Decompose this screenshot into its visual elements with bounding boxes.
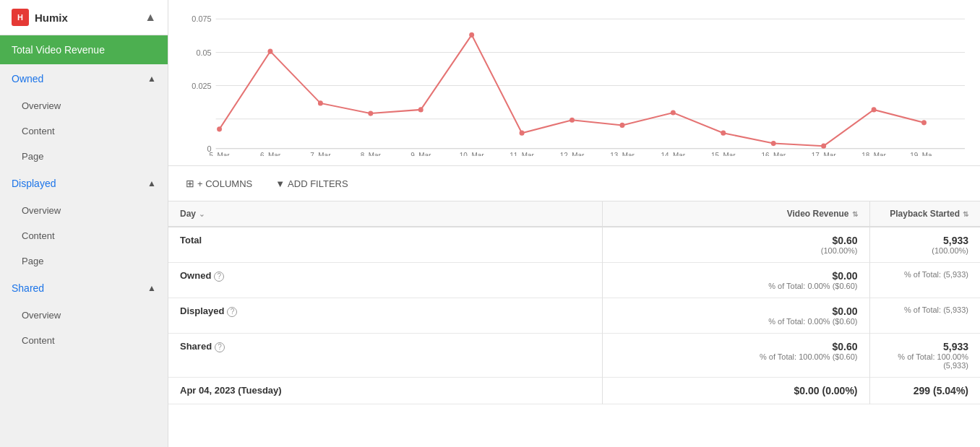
- svg-text:0.075: 0.075: [192, 14, 211, 23]
- row-label: Shared: [180, 341, 212, 352]
- sidebar-section-shared-label: Shared: [12, 282, 44, 294]
- svg-text:10. Mar: 10. Mar: [460, 152, 484, 156]
- playback-main: 5,933: [882, 341, 969, 352]
- sidebar-section-shared[interactable]: Shared ▲: [0, 274, 168, 303]
- sidebar-item-shared-content[interactable]: Content: [0, 328, 168, 353]
- row-label-cell: Apr 04, 2023 (Tuesday): [168, 378, 602, 404]
- sidebar-item-owned-page[interactable]: Page: [0, 144, 168, 169]
- playback-cell: % of Total: (5,933): [869, 263, 980, 298]
- sidebar-section-owned[interactable]: Owned ▲: [0, 64, 168, 93]
- playback-cell: 5,933(100.00%): [869, 227, 980, 263]
- row-label: Displayed: [180, 305, 224, 316]
- table-toolbar: ⊞ + COLUMNS ▼ ADD FILTERS: [168, 166, 980, 201]
- column-header-playback-started[interactable]: Playback Started ⇅: [869, 201, 980, 227]
- sidebar-item-owned-overview[interactable]: Overview: [0, 93, 168, 118]
- revenue-chart: 0.075 0.05 0.025 0 5. Mar: [180, 12, 968, 156]
- row-label: Owned: [180, 270, 211, 281]
- row-label-cell: Owned?: [168, 263, 602, 298]
- sidebar-item-shared-overview[interactable]: Overview: [0, 303, 168, 328]
- svg-text:7. Mar: 7. Mar: [310, 152, 331, 156]
- owned-collapse-icon: ▲: [147, 74, 156, 84]
- help-icon[interactable]: ?: [215, 342, 225, 352]
- table-row: Owned?$0.00% of Total: 0.00% ($0.60)% of…: [168, 263, 980, 298]
- sidebar-title: Humix: [35, 12, 68, 24]
- chart-dot: [318, 100, 323, 105]
- shared-collapse-icon: ▲: [147, 283, 156, 293]
- columns-label: + COLUMNS: [197, 178, 252, 189]
- chart-area: 0.075 0.05 0.025 0 5. Mar: [168, 0, 980, 166]
- revenue-main: $0.00 (0.00%): [614, 385, 858, 396]
- revenue-cell: $0.00 (0.00%): [602, 378, 869, 404]
- svg-text:9. Mar: 9. Mar: [411, 152, 431, 156]
- chart-dot: [671, 110, 676, 115]
- playback-main: 299 (5.04%): [882, 385, 969, 396]
- sidebar-collapse-button[interactable]: ▲: [145, 11, 156, 24]
- sidebar-item-displayed-overview[interactable]: Overview: [0, 198, 168, 223]
- svg-text:0.025: 0.025: [192, 82, 211, 90]
- playback-cell: % of Total: (5,933): [869, 298, 980, 334]
- sidebar-item-displayed-page[interactable]: Page: [0, 248, 168, 274]
- revenue-main: $0.00: [614, 305, 858, 317]
- column-header-video-revenue[interactable]: Video Revenue ⇅: [602, 201, 869, 227]
- row-label-cell: Shared?: [168, 334, 602, 378]
- chart-dot: [217, 126, 222, 131]
- add-filters-button[interactable]: ▼ ADD FILTERS: [270, 175, 353, 192]
- chart-dot: [418, 107, 424, 112]
- displayed-collapse-icon: ▲: [147, 178, 156, 188]
- svg-text:5. Mar: 5. Mar: [210, 152, 231, 156]
- svg-text:6. Mar: 6. Mar: [260, 152, 281, 156]
- columns-icon: ⊞: [186, 178, 194, 189]
- sidebar-item-displayed-content[interactable]: Content: [0, 223, 168, 248]
- row-label-cell: Displayed?: [168, 298, 602, 334]
- chart-dot: [619, 123, 624, 128]
- table-row: Apr 04, 2023 (Tuesday)$0.00 (0.00%)299 (…: [168, 378, 980, 404]
- playback-sub: % of Total: 100.00% (5,933): [882, 352, 969, 370]
- table-row: Shared?$0.60% of Total: 100.00% ($0.60)5…: [168, 334, 980, 378]
- playback-cell: 299 (5.04%): [869, 378, 980, 404]
- playback-sub: (100.00%): [882, 246, 969, 255]
- svg-text:14. Mar: 14. Mar: [661, 152, 686, 156]
- revenue-cell: $0.60(100.00%): [602, 227, 869, 263]
- columns-button[interactable]: ⊞ + COLUMNS: [180, 175, 258, 192]
- add-filters-label: ADD FILTERS: [288, 178, 348, 189]
- data-table: Day ⌄ Video Revenue ⇅ Playback Started: [168, 201, 980, 447]
- revenue-sub: % of Total: 100.00% ($0.60): [614, 352, 858, 361]
- revenue-main: $0.00: [614, 270, 858, 282]
- row-label: Apr 04, 2023 (Tuesday): [180, 385, 282, 396]
- svg-text:17. Mar: 17. Mar: [812, 152, 836, 156]
- sidebar: H Humix ▲ Total Video Revenue Owned ▲ Ov…: [0, 0, 168, 447]
- svg-text:15. Mar: 15. Mar: [711, 152, 736, 156]
- chart-dot: [821, 144, 826, 149]
- revenue-sub: % of Total: 0.00% ($0.60): [614, 317, 858, 326]
- row-label: Total: [180, 235, 202, 246]
- sidebar-section-displayed-label: Displayed: [12, 178, 56, 189]
- svg-text:8. Mar: 8. Mar: [361, 152, 382, 156]
- svg-text:0.05: 0.05: [196, 48, 211, 56]
- sidebar-header: H Humix ▲: [0, 0, 168, 35]
- chart-dot: [721, 131, 726, 136]
- help-icon[interactable]: ?: [214, 272, 224, 282]
- sidebar-item-owned-content[interactable]: Content: [0, 118, 168, 144]
- sidebar-item-total-video-revenue[interactable]: Total Video Revenue: [0, 35, 168, 64]
- main-content: 0.075 0.05 0.025 0 5. Mar: [168, 0, 980, 447]
- revenue-cell: $0.00% of Total: 0.00% ($0.60): [602, 263, 869, 298]
- playback-cell: 5,933% of Total: 100.00% (5,933): [869, 334, 980, 378]
- sidebar-section-displayed[interactable]: Displayed ▲: [0, 169, 168, 198]
- playback-sub: % of Total: (5,933): [882, 270, 969, 279]
- column-header-day[interactable]: Day ⌄: [168, 201, 602, 227]
- chart-dot: [267, 49, 272, 54]
- help-icon[interactable]: ?: [227, 307, 237, 317]
- svg-text:18. Mar: 18. Mar: [861, 152, 886, 156]
- svg-text:13. Mar: 13. Mar: [610, 152, 635, 156]
- svg-text:12. Mar: 12. Mar: [560, 152, 585, 156]
- chart-dot: [520, 131, 525, 136]
- filter-icon: ▼: [275, 178, 285, 189]
- humix-logo: H: [12, 9, 29, 26]
- table-row: Displayed?$0.00% of Total: 0.00% ($0.60)…: [168, 298, 980, 334]
- chart-dot: [771, 141, 776, 146]
- chart-dot: [921, 120, 927, 125]
- revenue-sub: (100.00%): [614, 246, 858, 255]
- chart-dot: [872, 107, 877, 112]
- row-label-cell: Total: [168, 227, 602, 263]
- revenue-cell: $0.00% of Total: 0.00% ($0.60): [602, 298, 869, 334]
